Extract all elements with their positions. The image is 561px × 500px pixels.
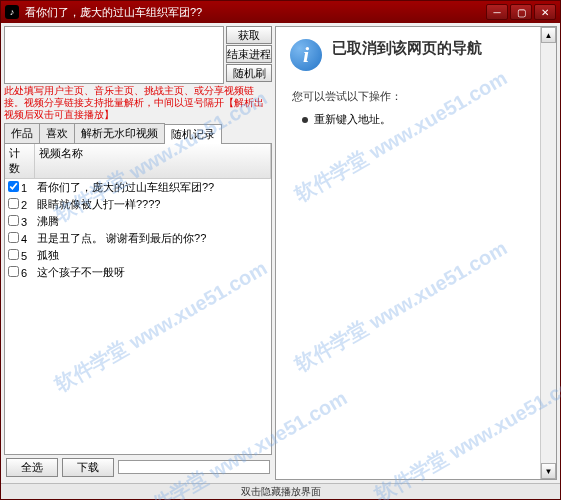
titlebar: ♪ 看你们了，庞大的过山车组织军团?? ─ ▢ ✕ [1, 1, 560, 23]
maximize-button[interactable]: ▢ [510, 4, 532, 20]
random-refresh-button[interactable]: 随机刷 [226, 64, 272, 82]
select-all-button[interactable]: 全选 [6, 458, 58, 477]
fetch-button[interactable]: 获取 [226, 26, 272, 44]
row-number: 3 [21, 216, 35, 228]
status-bar[interactable]: 双击隐藏播放界面 [1, 483, 560, 499]
table-row[interactable]: 6这个孩子不一般呀 [5, 264, 271, 281]
end-process-button[interactable]: 结束进程 [226, 45, 272, 63]
row-checkbox[interactable] [8, 249, 19, 260]
instruction-note: 此处填写用户主页、音乐主页、挑战主页、或分享视频链接。视频分享链接支持批量解析，… [4, 84, 272, 122]
try-following-label: 您可以尝试以下操作： [292, 89, 542, 104]
row-video-name: 丑是丑了点。 谢谢看到最后的你?? [35, 231, 271, 246]
col-count: 计数 [5, 144, 35, 178]
app-icon: ♪ [5, 5, 19, 19]
info-icon: i [290, 39, 322, 71]
row-video-name: 眼睛就像被人打一样???? [35, 197, 271, 212]
tab-bar: 作品 喜欢 解析无水印视频 随机记录 [4, 123, 272, 144]
table-row[interactable]: 3沸腾 [5, 213, 271, 230]
tab-likes[interactable]: 喜欢 [39, 123, 75, 143]
tab-random-log[interactable]: 随机记录 [164, 124, 222, 144]
row-video-name: 看你们了，庞大的过山车组织军团?? [35, 180, 271, 195]
col-name: 视频名称 [35, 144, 271, 178]
tab-works[interactable]: 作品 [4, 123, 40, 143]
scroll-down-icon[interactable]: ▼ [541, 463, 556, 479]
row-number: 4 [21, 233, 35, 245]
row-checkbox[interactable] [8, 181, 19, 192]
video-table: 计数 视频名称 1看你们了，庞大的过山车组织军团??2眼睛就像被人打一样????… [4, 144, 272, 455]
row-video-name: 这个孩子不一般呀 [35, 265, 271, 280]
row-number: 5 [21, 250, 35, 262]
tab-parse[interactable]: 解析无水印视频 [74, 123, 165, 143]
row-checkbox[interactable] [8, 198, 19, 209]
scroll-up-icon[interactable]: ▲ [541, 27, 556, 43]
retype-address-text: 重新键入地址。 [314, 112, 391, 127]
url-input[interactable] [4, 26, 224, 84]
row-checkbox[interactable] [8, 266, 19, 277]
close-button[interactable]: ✕ [534, 4, 556, 20]
progress-bar [118, 460, 270, 474]
browser-pane: i 已取消到该网页的导航 您可以尝试以下操作： 重新键入地址。 ▲ ▼ [275, 26, 557, 480]
table-row[interactable]: 1看你们了，庞大的过山车组织军团?? [5, 179, 271, 196]
row-video-name: 沸腾 [35, 214, 271, 229]
bullet-icon [302, 117, 308, 123]
window-title: 看你们了，庞大的过山车组织军团?? [25, 5, 486, 20]
nav-cancelled-heading: 已取消到该网页的导航 [332, 39, 482, 58]
download-button[interactable]: 下载 [62, 458, 114, 477]
minimize-button[interactable]: ─ [486, 4, 508, 20]
table-row[interactable]: 4丑是丑了点。 谢谢看到最后的你?? [5, 230, 271, 247]
table-row[interactable]: 2眼睛就像被人打一样???? [5, 196, 271, 213]
row-checkbox[interactable] [8, 232, 19, 243]
row-video-name: 孤独 [35, 248, 271, 263]
table-row[interactable]: 5孤独 [5, 247, 271, 264]
row-number: 2 [21, 199, 35, 211]
right-scrollbar[interactable]: ▲ ▼ [540, 27, 556, 479]
row-checkbox[interactable] [8, 215, 19, 226]
row-number: 1 [21, 182, 35, 194]
row-number: 6 [21, 267, 35, 279]
